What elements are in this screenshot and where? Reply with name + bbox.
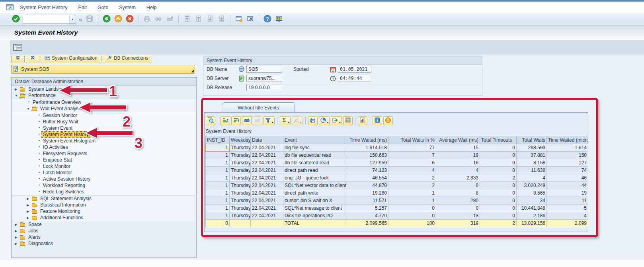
grid-cell[interactable]: direct path write xyxy=(283,189,347,197)
grid-cell[interactable]: 0 xyxy=(480,159,517,167)
grid-header-cell[interactable]: Time Waited (micro xyxy=(547,136,588,144)
grid-header-cell[interactable]: Total Waits xyxy=(517,136,547,144)
chevron-right-icon[interactable]: ▶ xyxy=(15,229,20,233)
grid-cell[interactable]: 2 xyxy=(388,182,436,189)
db-release-field[interactable]: 19.0.0.0.0 xyxy=(246,84,282,91)
grid-cell[interactable]: 46 xyxy=(547,174,588,182)
grid-cell[interactable]: 15 xyxy=(436,144,480,152)
grid-cell[interactable]: Thursday xyxy=(230,212,251,220)
grid-cell[interactable]: 22.04.2021 xyxy=(251,174,283,182)
chevron-right-icon[interactable]: ▶ xyxy=(15,223,20,226)
menu-item-help[interactable]: Help xyxy=(146,5,157,10)
grid-cell[interactable]: 1 xyxy=(388,197,436,205)
total-button[interactable]: Σ▾ xyxy=(280,116,291,125)
grid-cell[interactable]: direct path read xyxy=(283,167,347,174)
grid-cell[interactable]: 11.571 xyxy=(347,197,388,205)
sort-ascending-button[interactable] xyxy=(221,116,230,125)
grid-cell[interactable]: Thursday xyxy=(230,182,251,189)
grid-cell[interactable]: 10.441.848 xyxy=(517,205,547,212)
dropdown-arrow-icon[interactable]: ▾ xyxy=(327,121,329,125)
tree-item-space[interactable]: ▶Space xyxy=(12,221,196,228)
tab-without-idle-events[interactable]: Without Idle Events xyxy=(222,102,295,113)
command-field[interactable] xyxy=(23,16,69,23)
grid-cell[interactable]: 1 xyxy=(206,189,230,197)
grid-total-cell[interactable]: 0 xyxy=(206,220,230,227)
window-menu-icon[interactable] xyxy=(6,4,14,11)
grid-total-cell[interactable] xyxy=(251,220,283,227)
grid-cell[interactable]: Thursday xyxy=(230,144,251,152)
started-time-field[interactable]: 04:49:44 xyxy=(338,75,371,82)
grid-cell[interactable]: 74 xyxy=(547,167,588,174)
grid-cell[interactable]: 11 xyxy=(547,197,588,205)
grid-cell[interactable]: 127.959 xyxy=(347,159,388,167)
grid-cell[interactable]: 1 xyxy=(206,205,230,212)
chevron-right-icon[interactable]: ▶ xyxy=(15,236,20,239)
chevron-right-icon[interactable]: ▶ xyxy=(27,216,32,220)
grid-header-cell[interactable]: INST_ID xyxy=(206,136,230,144)
grid-cell[interactable]: 1 xyxy=(206,159,230,167)
grid-cell[interactable]: Thursday xyxy=(230,167,251,174)
grid-cell[interactable]: 0 xyxy=(388,212,436,220)
grid-cell[interactable]: 0 xyxy=(480,197,517,205)
grid-cell[interactable]: 22.04.2021 xyxy=(251,144,283,152)
chevron-down-icon[interactable]: ▼ xyxy=(15,94,20,97)
grid-cell[interactable]: 7 xyxy=(388,152,436,159)
sort-descending-button[interactable] xyxy=(231,116,241,125)
filter-button[interactable]: ▾ xyxy=(263,116,275,125)
menu-item-system[interactable]: System xyxy=(119,5,136,10)
grid-cell[interactable]: 19 xyxy=(436,152,480,159)
grid-cell[interactable]: 8.565 xyxy=(517,189,547,197)
grid-cell[interactable]: 13 xyxy=(436,212,480,220)
grid-cell[interactable]: 2.833 xyxy=(436,174,480,182)
grid-total-cell[interactable] xyxy=(230,220,251,227)
grid-total-cell[interactable]: TOTAL xyxy=(283,220,347,227)
grid-cell[interactable]: 1 xyxy=(388,189,436,197)
grid-cell[interactable]: 1 xyxy=(206,182,230,189)
grid-total-cell[interactable]: 2.099.565 xyxy=(347,220,388,227)
grid-cell[interactable]: 127 xyxy=(547,159,588,167)
tree-item-feature-monitoring[interactable]: ▶Feature Monitoring xyxy=(12,208,196,214)
db-connections-button[interactable]: DB Connections xyxy=(103,56,152,63)
grid-cell[interactable]: 4 xyxy=(388,167,436,174)
tree-item-sql-statement-analysis[interactable]: ▶SQL Statement Analysis xyxy=(12,195,196,202)
up-button[interactable] xyxy=(113,14,123,24)
find-button[interactable] xyxy=(242,116,252,125)
grid-cell[interactable]: 6 xyxy=(388,159,436,167)
grid-total-cell[interactable]: 2.099 xyxy=(547,220,588,227)
grid-cell[interactable]: Thursday xyxy=(230,159,251,167)
db-name-field[interactable]: SO5 xyxy=(246,66,282,73)
grid-cell[interactable]: 150 xyxy=(547,152,588,159)
back-button[interactable] xyxy=(102,14,111,24)
started-date-field[interactable]: 01.05.2021 xyxy=(338,66,371,73)
tree-item-alerts[interactable]: ▶Alerts xyxy=(12,234,196,240)
grid-header-cell[interactable]: Time Waited (ms) xyxy=(347,136,388,144)
grid-cell[interactable]: Thursday xyxy=(230,152,251,159)
grid-cell[interactable]: 3.020.249 xyxy=(517,182,547,189)
grid-cell[interactable]: 16 xyxy=(436,159,480,167)
grid-cell[interactable]: 37.881 xyxy=(517,152,547,159)
choose-layout-button[interactable] xyxy=(343,116,353,125)
grid-cell[interactable]: Thursday xyxy=(230,197,251,205)
grid-cell[interactable]: 0 xyxy=(480,144,517,152)
grid-cell[interactable]: 1 xyxy=(206,174,230,182)
grid-cell[interactable]: 1.614 xyxy=(547,144,588,152)
grid-cell[interactable]: 1 xyxy=(206,144,230,152)
grid-cell[interactable]: Disk file operations I/O xyxy=(283,212,347,220)
chevron-right-icon[interactable]: ▶ xyxy=(15,242,20,246)
grid-cell[interactable]: 0 xyxy=(480,167,517,174)
dropdown-arrow-icon[interactable]: ▾ xyxy=(272,121,273,125)
tree-item-system-landscape[interactable]: ▶System Landscape xyxy=(12,86,196,92)
chevron-right-icon[interactable]: ▶ xyxy=(27,197,32,201)
dropdown-arrow-icon[interactable]: ▾ xyxy=(339,121,341,125)
grid-cell[interactable]: 4.770 xyxy=(347,212,388,220)
grid-cell[interactable]: 0 xyxy=(480,212,517,220)
collapse-button[interactable]: « xyxy=(79,16,82,23)
grid-cell[interactable]: SQL*Net message to client xyxy=(283,205,347,212)
tree-item-performance-overview[interactable]: Performance Overview xyxy=(12,99,196,105)
grid-cell[interactable]: 0 xyxy=(480,152,517,159)
system-select[interactable]: System SO5 xyxy=(11,65,195,74)
grid-cell[interactable]: 2 xyxy=(388,174,436,182)
grid-cell[interactable]: 46.554 xyxy=(347,174,388,182)
grid-cell[interactable]: 44 xyxy=(547,182,588,189)
grid-cell[interactable]: 77 xyxy=(388,144,436,152)
